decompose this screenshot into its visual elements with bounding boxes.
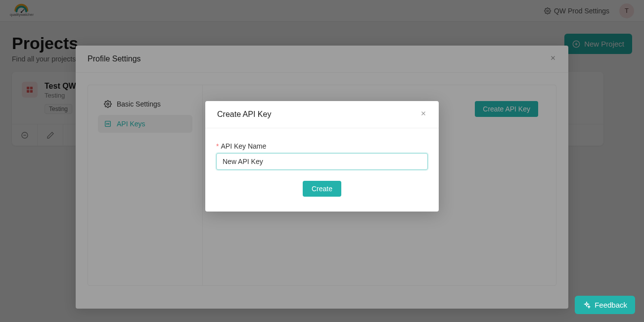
create-api-key-overlay[interactable]: Create API Key *API Key Name Create (0, 0, 644, 322)
create-button[interactable]: Create (303, 181, 341, 197)
feedback-label: Feedback (595, 301, 627, 309)
create-api-key-title: Create API Key (217, 110, 271, 119)
required-indicator: * (216, 142, 219, 150)
create-button-label: Create (312, 185, 332, 193)
feedback-button[interactable]: Feedback (575, 296, 635, 314)
api-key-name-label: *API Key Name (216, 142, 428, 150)
api-key-name-input[interactable] (216, 153, 428, 170)
sparkle-icon (583, 301, 591, 309)
close-create-api-key-button[interactable] (420, 110, 427, 119)
create-api-key-modal: Create API Key *API Key Name Create (205, 101, 439, 212)
close-icon (420, 110, 427, 117)
